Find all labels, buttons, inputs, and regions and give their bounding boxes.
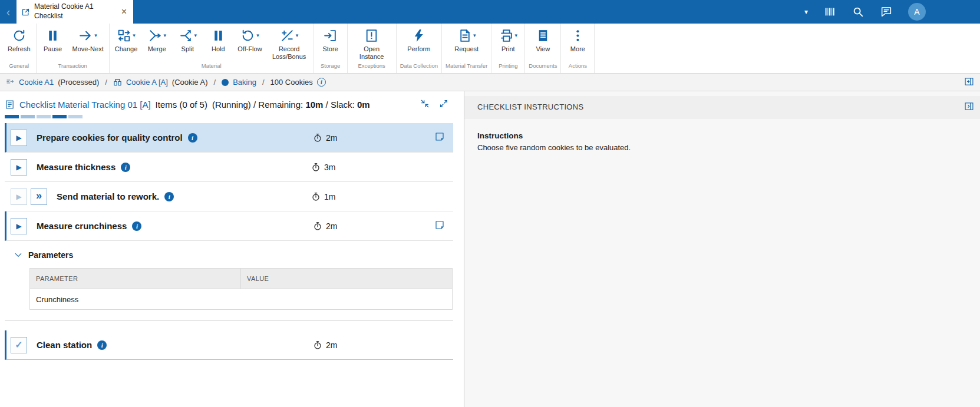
history-back-icon[interactable]: ‹ [0, 0, 17, 24]
breadcrumb-entity-link[interactable]: Cookie A [A] [126, 78, 168, 87]
parameter-value[interactable] [241, 289, 452, 309]
ribbon-group-material-transfer: ▾ Request Material Transfer [442, 24, 491, 73]
parameter-name: Crunchiness [30, 289, 241, 309]
dropdown-caret-icon: ▾ [515, 32, 518, 38]
checklist-item[interactable]: ▶ Measure thickness i 3m [5, 153, 453, 182]
topbar-dropdown-caret-icon[interactable]: ▾ [804, 8, 808, 16]
instructions-text: Choose five random cookies to be evaluat… [477, 143, 967, 152]
complete-item-button[interactable]: ✓ [11, 337, 27, 353]
dropdown-caret-icon: ▾ [194, 32, 197, 38]
change-button[interactable]: ▾ Change [111, 24, 142, 61]
request-button[interactable]: ▾ Request [450, 24, 483, 61]
start-item-button[interactable]: ▶ [11, 218, 27, 234]
change-icon [117, 28, 131, 43]
open-instance-icon [364, 28, 379, 43]
item-info-icon[interactable]: i [132, 221, 141, 231]
expand-panel-icon[interactable] [964, 77, 974, 88]
start-item-button[interactable]: ▶ [11, 130, 27, 146]
checklist-panel: Checklist Material Tracking 01 [A] Items… [0, 91, 464, 407]
collapse-all-icon[interactable] [420, 99, 430, 110]
merge-button[interactable]: ▾ Merge [141, 24, 172, 61]
print-label: Print [501, 45, 515, 53]
ribbon-group-general: Refresh General [2, 24, 37, 73]
checklist-title-link[interactable]: Checklist Material Tracking 01 [A] [19, 100, 151, 110]
more-button[interactable]: More [562, 24, 593, 61]
app-tab[interactable]: Material Cookie A1Checklist × [17, 0, 133, 24]
checklist-item[interactable]: ✓ Clean station i 2m [5, 330, 453, 360]
skip-item-button[interactable]: » [31, 188, 47, 205]
off-flow-icon [240, 28, 255, 43]
group-label-material-transfer: Material Transfer [443, 61, 490, 71]
barcode-scan-icon[interactable] [823, 5, 836, 18]
checklist-items-footer: ✓ Clean station i 2m [5, 330, 453, 360]
pause-button[interactable]: Pause [38, 24, 68, 61]
off-flow-button[interactable]: ▾ Off-Flow [233, 24, 266, 61]
refresh-label: Refresh [8, 45, 31, 53]
user-avatar[interactable]: A [908, 3, 926, 21]
group-label-material: Material [111, 61, 312, 71]
check-icon: ✓ [15, 340, 22, 350]
lightning-icon [411, 28, 426, 43]
checklist-item[interactable]: ▶ Measure crunchiness i 2m [5, 211, 453, 241]
item-info-icon[interactable]: i [97, 340, 107, 350]
chat-icon[interactable] [880, 5, 893, 18]
collapse-panel-icon[interactable] [964, 101, 974, 113]
print-button[interactable]: ▾ Print [493, 24, 523, 61]
breadcrumb-material-link[interactable]: Cookie A1 [19, 78, 54, 87]
item-title: Send material to rework. [57, 191, 159, 201]
split-button[interactable]: ▾ Split [172, 24, 203, 61]
instructions-panel: CHECKLIST INSTRUCTIONS Instructions Choo… [464, 91, 980, 407]
parameters-label: Parameters [28, 250, 73, 260]
instructions-panel-title: CHECKLIST INSTRUCTIONS [477, 102, 583, 111]
ribbon-group-printing: ▾ Print Printing [491, 24, 525, 73]
note-icon[interactable] [434, 220, 445, 233]
checklist-item[interactable]: ▶ Prepare cookies for quality control i … [5, 123, 453, 153]
equipment-icon [113, 78, 122, 87]
material-flow-icon [6, 78, 15, 87]
group-label-documents: Documents [526, 61, 559, 71]
start-item-button[interactable]: ▶ [11, 159, 27, 176]
perform-button[interactable]: Perform [403, 24, 434, 61]
change-label: Change [115, 45, 138, 53]
item-duration: 2m [313, 340, 337, 350]
move-next-label: Move-Next [72, 45, 104, 53]
view-button[interactable]: View [527, 24, 558, 61]
note-icon[interactable] [434, 131, 445, 144]
record-loss-bonus-label: Record Loss/Bonus [270, 45, 308, 60]
open-instance-button[interactable]: Open Instance [349, 24, 395, 61]
search-icon[interactable] [852, 5, 864, 18]
hold-button[interactable]: Hold [203, 24, 233, 61]
checklist-item[interactable]: ▶ » Send material to rework. i 1m [5, 182, 453, 211]
start-item-button-disabled: ▶ [11, 188, 27, 205]
parameters-toggle[interactable]: Parameters [14, 250, 464, 260]
move-next-icon [78, 28, 93, 43]
tab-close-icon[interactable]: × [120, 6, 128, 17]
expand-all-icon[interactable] [439, 99, 448, 110]
item-info-icon[interactable]: i [188, 133, 197, 143]
instructions-heading: Instructions [477, 131, 967, 140]
item-info-icon[interactable]: i [164, 192, 174, 201]
play-icon: ▶ [16, 223, 21, 230]
item-info-icon[interactable]: i [121, 163, 130, 172]
item-title: Prepare cookies for quality control [37, 133, 183, 143]
refresh-button[interactable]: Refresh [4, 24, 35, 61]
request-label: Request [454, 45, 479, 53]
breadcrumb-separator: / [214, 78, 216, 87]
open-instance-label: Open Instance [353, 45, 391, 60]
move-next-button[interactable]: ▾ Move-Next [68, 24, 108, 61]
play-icon: ▶ [16, 193, 21, 200]
parameter-row[interactable]: Crunchiness [30, 289, 452, 310]
tab-title: Material Cookie A1Checklist [34, 2, 116, 21]
checklist-icon [5, 100, 15, 110]
store-button[interactable]: Store [315, 24, 346, 61]
record-loss-bonus-button[interactable]: ▾ Record Loss/Bonus [266, 24, 312, 61]
ribbon-group-storage: Store Storage [314, 24, 348, 73]
ribbon-group-actions: More Actions [561, 24, 595, 73]
dropdown-caret-icon: ▾ [296, 32, 299, 38]
ribbon-group-transaction: Pause ▾ Move-Next Transaction [37, 24, 110, 73]
off-flow-label: Off-Flow [237, 45, 262, 53]
more-dots-icon [570, 28, 585, 43]
quantity-info-icon[interactable]: i [317, 78, 326, 87]
group-label-general: General [4, 61, 35, 71]
breadcrumb-operation-link[interactable]: Baking [233, 78, 256, 87]
